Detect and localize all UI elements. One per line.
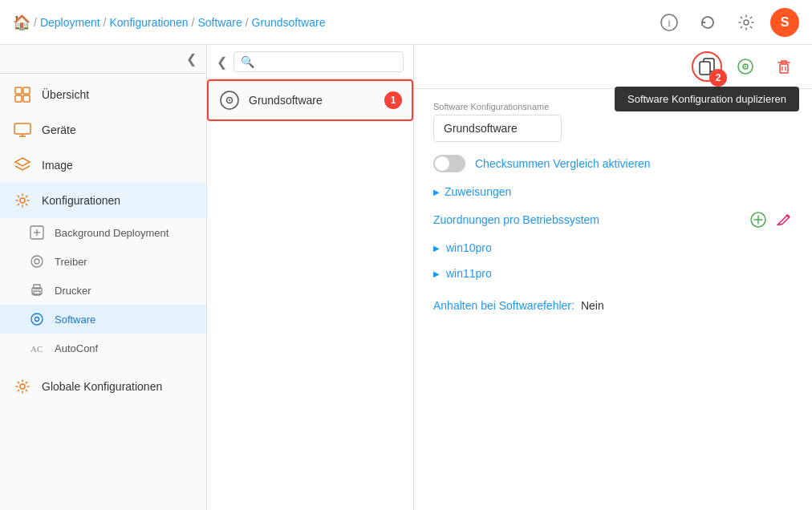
toolbar-badge-2: 2 xyxy=(709,69,727,87)
svg-point-15 xyxy=(31,256,43,267)
sidebar-sub-item-background[interactable]: Background Deployment xyxy=(0,218,206,247)
sidebar-item-ubersicht-label: Übersicht xyxy=(42,88,89,101)
info-icon: i xyxy=(660,14,678,31)
svg-rect-28 xyxy=(700,62,710,75)
breadcrumb-deployment[interactable]: Deployment xyxy=(40,16,100,29)
os-section-title: Zuordnungen pro Betriebssystem xyxy=(433,213,599,226)
win10pro-chevron: ▶ xyxy=(433,244,440,253)
globale-gear-icon xyxy=(13,377,32,396)
right-panel: 2 Software Konfiguration d xyxy=(414,45,812,510)
disk-button[interactable] xyxy=(730,51,761,82)
zuweisungen-chevron: ▶ xyxy=(433,188,440,196)
svg-point-26 xyxy=(229,99,230,101)
list-item-grundsoftware[interactable]: Grundsoftware 1 xyxy=(207,79,413,121)
konfigurationen-gear-icon xyxy=(13,191,32,210)
sidebar-item-konfigurationen-label: Konfigurationen xyxy=(42,194,120,207)
svg-point-11 xyxy=(20,198,25,203)
avatar-button[interactable]: S xyxy=(770,8,799,37)
sidebar-sub-item-software[interactable]: Software xyxy=(0,305,206,334)
svg-text:i: i xyxy=(668,17,671,29)
checksummen-toggle[interactable] xyxy=(433,155,465,172)
duplicate-tooltip: Software Konfiguration duplizieren xyxy=(615,87,799,111)
sidebar-item-ubersicht[interactable]: Übersicht xyxy=(0,77,206,112)
os-add-button[interactable] xyxy=(749,211,767,229)
gear-icon xyxy=(737,14,755,31)
middle-header: ❮ 🔍 xyxy=(207,45,413,79)
disk-icon-sidebar xyxy=(29,311,45,327)
middle-back-button[interactable]: ❮ xyxy=(217,55,227,70)
search-input[interactable] xyxy=(259,56,396,68)
list-item-grundsoftware-label: Grundsoftware xyxy=(249,94,323,107)
search-icon: 🔍 xyxy=(241,55,254,68)
sidebar-sub-drucker-label: Drucker xyxy=(55,285,91,297)
sidebar-item-gerate-label: Geräte xyxy=(42,123,76,136)
sidebar-nav: Übersicht Geräte Image Kon xyxy=(0,74,206,510)
main-layout: ❮ Übersicht Geräte Imag xyxy=(0,45,812,510)
refresh-button[interactable] xyxy=(693,8,722,37)
sidebar-collapse-button[interactable]: ❮ xyxy=(186,51,197,67)
os-section-actions xyxy=(749,211,793,229)
grid-icon xyxy=(13,85,32,104)
header: 🏠 / Deployment / Konfigurationen / Softw… xyxy=(0,0,812,45)
monitor-icon xyxy=(13,120,32,140)
footer-value: Nein xyxy=(581,299,604,312)
info-button[interactable]: i xyxy=(655,8,684,37)
home-icon[interactable]: 🏠 xyxy=(13,14,30,31)
sidebar-item-konfigurationen[interactable]: Konfigurationen xyxy=(0,183,206,218)
right-toolbar: 2 xyxy=(414,45,812,89)
svg-point-31 xyxy=(745,66,746,67)
field-value: Grundsoftware xyxy=(433,115,562,142)
plus-circle-icon xyxy=(749,211,767,229)
list-item-badge-1: 1 xyxy=(384,91,402,109)
os-edit-button[interactable] xyxy=(775,211,793,229)
svg-text:AC: AC xyxy=(30,344,43,354)
breadcrumb: 🏠 / Deployment / Konfigurationen / Softw… xyxy=(13,14,325,31)
breadcrumb-current: Grundsoftware xyxy=(252,16,326,29)
cd-icon xyxy=(737,58,754,75)
win11pro-label: win11pro xyxy=(446,267,492,280)
toggle-row: Checksummen Vergleich aktivieren xyxy=(433,155,793,172)
duplicate-btn-wrapper: 2 xyxy=(692,51,722,82)
settings-button[interactable] xyxy=(732,8,761,37)
sidebar-sub-software-label: Software xyxy=(55,314,95,326)
breadcrumb-sep-2: / xyxy=(192,16,195,29)
zuweisungen-label: Zuweisungen xyxy=(445,185,511,198)
sidebar-sub-item-treiber[interactable]: Treiber xyxy=(0,247,206,276)
svg-point-21 xyxy=(35,318,39,322)
svg-point-16 xyxy=(35,259,39,264)
trash-icon xyxy=(775,58,793,75)
sidebar-sub-item-autoconf[interactable]: AC AutoConf xyxy=(0,334,206,362)
sidebar-item-image-label: Image xyxy=(42,159,73,172)
search-box[interactable]: 🔍 xyxy=(233,51,404,72)
sidebar-sub-autoconf-label: AutoConf xyxy=(55,342,98,354)
breadcrumb-konfigurationen[interactable]: Konfigurationen xyxy=(109,16,188,29)
layers-icon xyxy=(13,156,32,175)
breadcrumb-sep-0: / xyxy=(34,16,37,29)
os-item-win11pro[interactable]: ▶ win11pro xyxy=(433,261,793,286)
svg-rect-6 xyxy=(23,95,30,102)
sidebar-sub-item-drucker[interactable]: Drucker xyxy=(0,276,206,305)
sidebar-sub-treiber-label: Treiber xyxy=(55,256,87,268)
autoconf-icon: AC xyxy=(29,340,45,356)
breadcrumb-sep-3: / xyxy=(246,16,249,29)
svg-marker-10 xyxy=(15,158,30,166)
delete-button[interactable] xyxy=(769,51,799,82)
svg-point-2 xyxy=(744,20,749,25)
disk-icon-list xyxy=(218,89,241,111)
os-item-win10pro[interactable]: ▶ win10pro xyxy=(433,235,793,261)
zuweisungen-link[interactable]: ▶ Zuweisungen xyxy=(433,185,793,198)
svg-rect-4 xyxy=(23,87,30,94)
edit-icon xyxy=(775,211,793,229)
breadcrumb-software[interactable]: Software xyxy=(197,16,242,29)
win10pro-label: win10pro xyxy=(446,241,492,254)
svg-rect-32 xyxy=(780,64,788,73)
sidebar-item-globale-label: Globale Konfigurationen xyxy=(42,380,162,393)
os-section-header: Zuordnungen pro Betriebssystem xyxy=(433,211,793,229)
sidebar-item-gerate[interactable]: Geräte xyxy=(0,112,206,148)
background-deploy-icon xyxy=(29,225,45,241)
sidebar-item-image[interactable]: Image xyxy=(0,148,206,183)
treiber-icon xyxy=(29,253,45,269)
sidebar-item-globale[interactable]: Globale Konfigurationen xyxy=(0,369,206,404)
refresh-icon xyxy=(699,14,717,31)
svg-rect-7 xyxy=(14,123,30,134)
